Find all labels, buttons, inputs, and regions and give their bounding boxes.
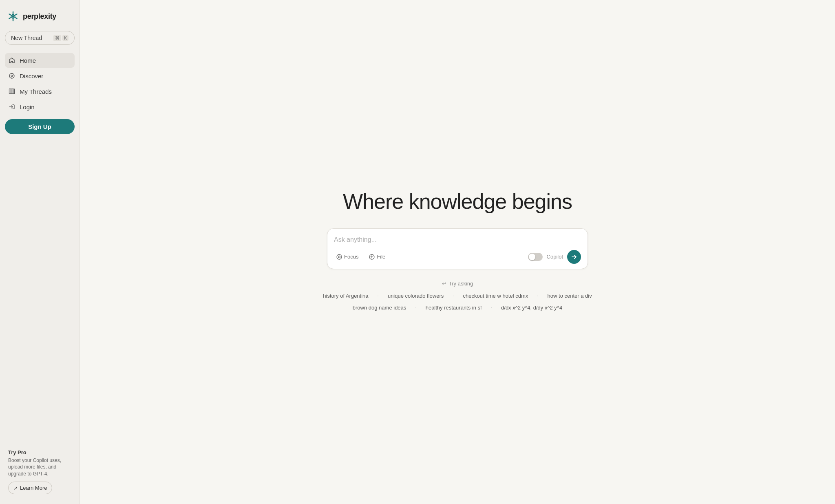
svg-point-5 (11, 75, 13, 77)
sidebar-item-discover-label: Discover (20, 73, 43, 80)
arrow-right-icon (571, 254, 577, 260)
copilot-toggle[interactable] (528, 253, 543, 261)
cmd-key: ⌘ (53, 35, 61, 41)
suggestion-dog-names[interactable]: brown dog name ideas (350, 303, 409, 312)
try-asking-arrow-icon: ↩ (442, 281, 446, 287)
focus-label: Focus (344, 254, 358, 260)
keyboard-hint: ⌘ K (53, 35, 68, 41)
suggestion-hotel-cdmx[interactable]: checkout time w hotel cdmx (461, 292, 531, 300)
main-content: Where knowledge begins Focus (80, 0, 835, 504)
file-button[interactable]: File (367, 252, 388, 261)
learn-more-label: Learn More (20, 485, 47, 491)
pro-section: Try Pro Boost your Copilot uses, upload … (5, 444, 75, 497)
sidebar: perplexity New Thread ⌘ K Home (0, 0, 80, 504)
submit-button[interactable] (567, 250, 581, 264)
try-asking-label: Try asking (449, 281, 473, 287)
learn-more-arrow-icon: ↗ (13, 485, 18, 491)
logo: perplexity (5, 7, 75, 26)
svg-point-15 (338, 256, 340, 258)
search-actions-right: Copilot (528, 250, 581, 264)
try-asking-header: ↩ Try asking (320, 281, 594, 287)
sidebar-item-login[interactable]: Login (5, 99, 75, 114)
learn-more-button[interactable]: ↗ Learn More (8, 482, 52, 494)
focus-button[interactable]: Focus (334, 252, 361, 261)
search-input[interactable] (334, 234, 581, 248)
search-actions-left: Focus File (334, 252, 388, 261)
copilot-label: Copilot (547, 254, 563, 260)
discover-icon (8, 72, 15, 80)
sidebar-nav: Home Discover (5, 53, 75, 115)
sign-up-button[interactable]: Sign Up (5, 119, 75, 134)
suggestions-row-1: history of Argentina · unique colorado f… (320, 292, 594, 300)
suggestion-center-div[interactable]: how to center a div (545, 292, 594, 300)
new-thread-label: New Thread (11, 35, 42, 41)
logo-icon (7, 10, 20, 23)
try-asking-section: ↩ Try asking history of Argentina · uniq… (320, 281, 594, 315)
svg-point-14 (337, 254, 342, 259)
suggestion-restaurants-sf[interactable]: healthy restaurants in sf (423, 303, 484, 312)
hero-title: Where knowledge begins (343, 189, 572, 214)
sidebar-item-login-label: Login (20, 104, 35, 111)
toggle-knob (529, 254, 535, 260)
suggestions-row-2: brown dog name ideas · healthy restauran… (320, 303, 594, 312)
k-key: K (62, 35, 68, 41)
suggestion-math[interactable]: d/dx x^2 y^4, d/dy x^2 y^4 (499, 303, 565, 312)
home-icon (8, 57, 15, 64)
sidebar-item-home[interactable]: Home (5, 53, 75, 68)
search-container: Focus File (327, 228, 588, 269)
sidebar-item-my-threads[interactable]: My Threads (5, 84, 75, 99)
file-label: File (377, 254, 385, 260)
pro-title: Try Pro (8, 449, 71, 455)
pro-description: Boost your Copilot uses, upload more fil… (8, 457, 71, 477)
suggestion-colorado-flowers[interactable]: unique colorado flowers (385, 292, 446, 300)
login-icon (8, 103, 15, 111)
svg-rect-11 (11, 89, 13, 94)
sidebar-item-my-threads-label: My Threads (20, 88, 52, 95)
logo-text: perplexity (23, 12, 56, 21)
suggestion-history-argentina[interactable]: history of Argentina (320, 292, 371, 300)
file-plus-icon (369, 254, 375, 260)
sidebar-item-home-label: Home (20, 57, 36, 64)
sidebar-item-discover[interactable]: Discover (5, 69, 75, 83)
search-toolbar: Focus File (334, 250, 581, 264)
threads-icon (8, 88, 15, 95)
svg-rect-12 (13, 89, 15, 94)
focus-icon (336, 254, 342, 260)
svg-rect-10 (9, 89, 11, 94)
new-thread-button[interactable]: New Thread ⌘ K (5, 31, 75, 45)
